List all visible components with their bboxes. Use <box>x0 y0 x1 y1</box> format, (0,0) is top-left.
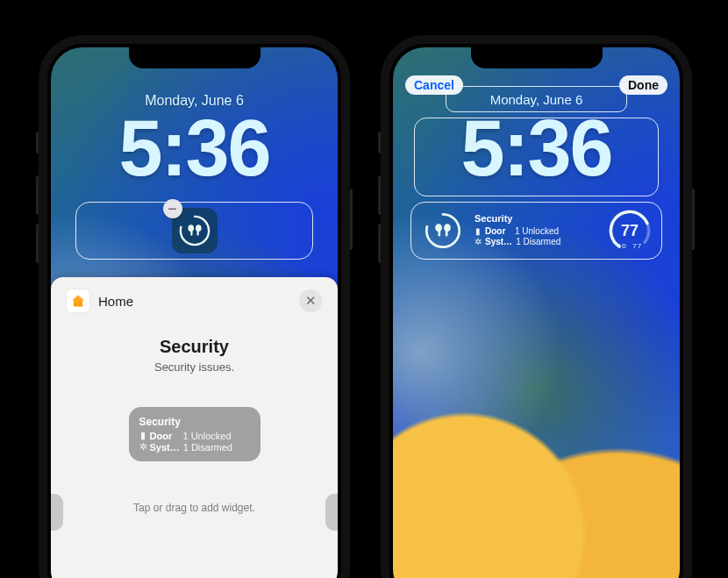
close-sheet-button[interactable]: ✕ <box>299 289 322 312</box>
cancel-button[interactable]: Cancel <box>405 75 463 95</box>
pager-prev[interactable] <box>51 494 63 531</box>
security-widget-title: Security <box>475 213 598 225</box>
widget-picker-sheet: Home ✕ Security Security issues. Securit… <box>51 277 338 578</box>
preview-row: ✲ Syst… 1 Disarmed <box>139 441 250 453</box>
notch <box>471 44 603 68</box>
airpods-widget[interactable] <box>420 208 466 253</box>
sheet-hint: Tap or drag to add widget. <box>67 502 322 514</box>
svg-rect-4 <box>196 230 198 236</box>
svg-point-0 <box>180 217 208 245</box>
airpods-widget[interactable]: − <box>172 208 218 253</box>
lock-screen-editor: Monday, June 6 5:36 − <box>51 47 338 578</box>
weather-gauge-widget[interactable]: 77 60 77 <box>607 208 653 253</box>
security-row: ▮ Door 1 Unlocked <box>475 226 598 238</box>
widget-shelf[interactable]: Security ▮ Door 1 Unlocked ✲ Syst… 1 Dis… <box>410 202 662 260</box>
pager-next[interactable] <box>325 494 338 531</box>
airpods-icon <box>178 214 211 247</box>
preview-title: Security <box>139 416 250 428</box>
remove-widget-button[interactable]: − <box>163 199 182 218</box>
security-widget[interactable]: Security ▮ Door 1 Unlocked ✲ Syst… 1 Dis… <box>473 208 600 253</box>
svg-rect-2 <box>190 230 192 236</box>
widget-preview-card[interactable]: Security ▮ Door 1 Unlocked ✲ Syst… 1 Dis… <box>129 407 261 461</box>
svg-rect-9 <box>446 230 448 237</box>
lock-screen-time: 5:36 <box>393 103 680 194</box>
preview-row: ▮ Door 1 Unlocked <box>139 430 250 441</box>
svg-rect-7 <box>439 230 441 237</box>
phone-right: Cancel Done Monday, June 6 5:36 <box>381 35 692 578</box>
done-button[interactable]: Done <box>619 75 667 95</box>
gauge-range: 60 77 <box>617 242 642 250</box>
widget-subheading: Security issues. <box>67 360 322 374</box>
sheet-app-label: Home <box>98 294 133 309</box>
home-app-icon <box>67 289 89 312</box>
svg-point-5 <box>426 214 459 246</box>
airpods-icon <box>424 211 462 250</box>
lock-screen-time: 5:36 <box>51 103 338 194</box>
lock-screen-editor: Cancel Done Monday, June 6 5:36 <box>393 47 680 578</box>
security-row: ✲ Syst… 1 Disarmed <box>475 237 598 248</box>
widget-shelf[interactable]: − <box>75 202 313 260</box>
phone-left: Monday, June 6 5:36 − <box>39 35 350 578</box>
notch <box>129 44 261 68</box>
widget-heading: Security <box>67 337 322 357</box>
